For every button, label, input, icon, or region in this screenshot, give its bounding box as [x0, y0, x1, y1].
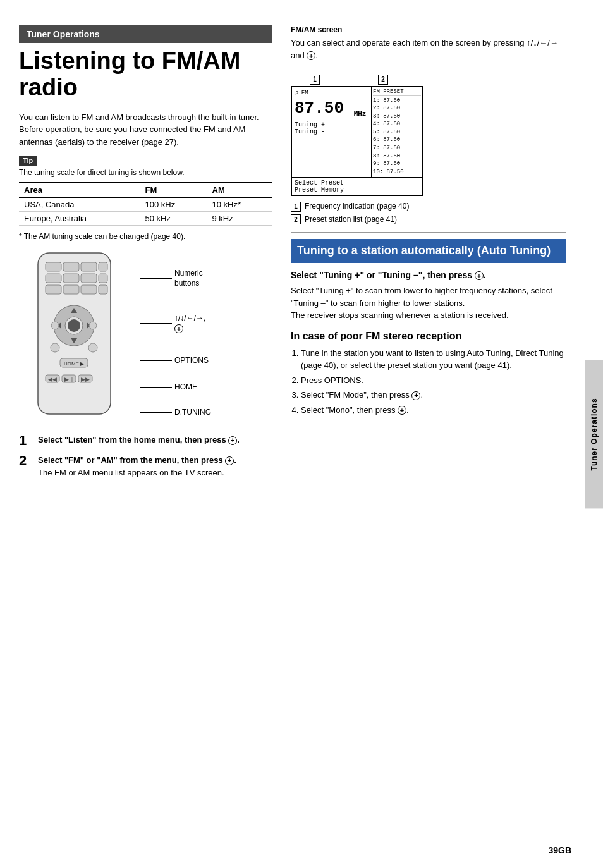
poor-fm-step-2-text: Press OPTIONS. — [301, 376, 363, 385]
step-2-bold: Select "FM" or "AM" from the menu, then … — [38, 455, 236, 465]
preset-list-item: 3: 87.50 — [373, 113, 421, 121]
page: Tuner Operations Tuner Operations Listen… — [0, 0, 603, 868]
svg-text:▶▶: ▶▶ — [81, 376, 90, 382]
tuning-plus: Tuning + — [295, 121, 368, 128]
label-options-text: OPTIONS — [174, 356, 209, 365]
poor-fm-step-2: Press OPTIONS. — [301, 374, 566, 387]
poor-fm-step-4: Select "Mono", then press +. — [301, 404, 566, 417]
svg-rect-8 — [99, 274, 107, 283]
preset-list-item: 6: 87.50 — [373, 136, 421, 144]
svg-rect-1 — [46, 262, 61, 271]
label-arrows: ↑/↓/←/→,+ — [140, 314, 211, 333]
poor-fm-step-3-circle: + — [411, 391, 420, 400]
step-1-number: 1 — [19, 434, 32, 448]
badge-1: 1 — [310, 75, 320, 85]
fm-am-intro: You can select and operate each item on … — [291, 37, 566, 61]
svg-point-23 — [88, 343, 97, 352]
badge-top-row: 1 2 — [291, 74, 566, 85]
table-cell-am-1: 10 kHz* — [207, 197, 272, 212]
auto-tuning-heading: Tuning to a station automatically (Auto … — [291, 239, 566, 263]
remote-svg: HOME ▶ ◀◀ ▶ ‖ ▶▶ — [19, 250, 133, 422]
badge-1-top: 1 — [310, 74, 321, 85]
preset-list-item: 4: 87.50 — [373, 120, 421, 128]
label-options: OPTIONS — [140, 356, 211, 365]
poor-fm-step-3: Select "FM Mode", then press +. — [301, 389, 566, 401]
poor-fm-steps: Tune in the station you want to listen t… — [301, 347, 566, 417]
badge-2: 2 — [378, 75, 388, 85]
fm-am-screen-label: FM/AM screen — [291, 25, 566, 34]
table-cell-am-2: 9 kHz — [207, 212, 272, 226]
preset-list-item: 1: 87.50 — [373, 97, 421, 105]
step-2-circle: + — [225, 456, 234, 465]
svg-rect-9 — [46, 285, 61, 294]
table-cell-fm-1: 100 kHz — [140, 197, 207, 212]
svg-rect-10 — [63, 285, 79, 294]
preset-list: 1: 87.502: 87.503: 87.504: 87.505: 87.50… — [373, 97, 421, 176]
screen-legend: 1 Frequency indication (page 40) 2 Prese… — [291, 200, 566, 226]
select-preset: Select Preset — [295, 180, 420, 186]
svg-text:▶ ‖: ▶ ‖ — [64, 376, 74, 382]
step-1-bold: Select "Listen" from the home menu, then… — [38, 435, 240, 444]
fm-screen-box: ♬ FM 87.50 MHz Tuning + Tuning - FM — [291, 86, 423, 197]
table-row: Europe, Australia 50 kHz 9 kHz — [19, 212, 272, 226]
legend-badge-1: 1 — [291, 202, 301, 212]
step-2-content: Select "FM" or "AM" from the menu, then … — [38, 454, 236, 479]
preset-list-item: 2: 87.50 — [373, 104, 421, 113]
svg-point-20 — [51, 322, 59, 329]
table-header-fm: FM — [140, 183, 207, 197]
side-tab: Tuner Operations — [585, 360, 603, 508]
fm-screen-preset: FM PRESET 1: 87.502: 87.503: 87.504: 87.… — [372, 87, 422, 178]
poor-fm-heading: In case of poor FM stereo reception — [291, 331, 566, 342]
freq-display: 87.50 MHz — [295, 99, 368, 118]
auto-tuning-circle: + — [475, 271, 484, 280]
header-band: Tuner Operations — [19, 25, 272, 43]
preset-list-item: 5: 87.50 — [373, 128, 421, 137]
preset-list-item: 9: 87.50 — [373, 160, 421, 168]
svg-rect-12 — [99, 285, 107, 294]
table-row: USA, Canada 100 kHz 10 kHz* — [19, 197, 272, 212]
freq-unit: MHz — [354, 110, 367, 118]
svg-rect-7 — [81, 274, 97, 283]
steps-list: 1 Select "Listen" from the home menu, th… — [19, 434, 272, 479]
tuning-table: Area FM AM USA, Canada 100 kHz 10 kHz* E… — [19, 182, 272, 226]
fm-icon: ♬ FM — [295, 90, 368, 96]
right-column: FM/AM screen You can select and operate … — [291, 25, 566, 843]
tuning-controls: Tuning + Tuning - — [295, 121, 368, 135]
remote-area: HOME ▶ ◀◀ ▶ ‖ ▶▶ Numeric — [19, 250, 272, 422]
intro-circle: + — [307, 51, 315, 60]
svg-text:◀◀: ◀◀ — [48, 376, 57, 382]
step-2: 2 Select "FM" or "AM" from the menu, the… — [19, 454, 272, 479]
tip-label: Tip — [19, 156, 37, 166]
table-header-area: Area — [19, 183, 140, 197]
step-1: 1 Select "Listen" from the home menu, th… — [19, 434, 272, 448]
fm-screen-bottom: Select Preset Preset Memory — [292, 178, 422, 195]
preset-memory: Preset Memory — [295, 186, 420, 193]
poor-fm-step-1-text: Tune in the station you want to listen t… — [301, 348, 564, 370]
legend-item-1: 1 Frequency indication (page 40) — [291, 200, 566, 212]
left-column: Tuner Operations Listening to FM/AM radi… — [19, 25, 272, 843]
fm-screen-top: ♬ FM 87.50 MHz Tuning + Tuning - FM — [292, 87, 422, 178]
svg-rect-3 — [81, 262, 97, 271]
label-arrows-text: ↑/↓/←/→,+ — [174, 314, 205, 333]
label-dtuning-text: D.TUNING — [174, 408, 211, 417]
tip-text: The tuning scale for direct tuning is sh… — [19, 168, 272, 177]
label-numeric-text: Numericbuttons — [174, 269, 203, 288]
table-cell-area-1: USA, Canada — [19, 197, 140, 212]
auto-tuning-body: Select "Tuning +" to scan from lower to … — [291, 284, 566, 322]
svg-rect-5 — [46, 274, 61, 283]
svg-rect-6 — [63, 274, 79, 283]
divider — [291, 232, 566, 233]
remote-control-image: HOME ▶ ◀◀ ▶ ‖ ▶▶ — [19, 250, 130, 420]
table-cell-fm-2: 50 kHz — [140, 212, 207, 226]
main-title: Listening to FM/AM radio — [19, 48, 272, 101]
fm-screen-main: ♬ FM 87.50 MHz Tuning + Tuning - — [292, 87, 372, 178]
label-home: HOME — [140, 382, 211, 391]
preset-list-item: 10: 87.50 — [373, 168, 421, 176]
label-numeric: Numericbuttons — [140, 269, 211, 288]
table-note: * The AM tuning scale can be changed (pa… — [19, 232, 272, 241]
legend-badge-2: 2 — [291, 214, 301, 224]
preset-list-item: 7: 87.50 — [373, 144, 421, 152]
preset-list-item: 8: 87.50 — [373, 152, 421, 161]
svg-point-19 — [68, 319, 80, 332]
main-content: Tuner Operations Listening to FM/AM radi… — [0, 25, 585, 843]
